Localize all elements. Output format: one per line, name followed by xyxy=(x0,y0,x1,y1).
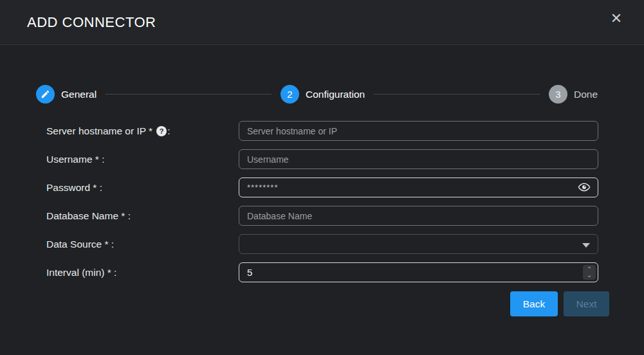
hostname-label: Server hostname or IP * ? : xyxy=(46,125,239,137)
database-label: Database Name * : xyxy=(46,210,239,222)
stepper-divider xyxy=(374,94,540,95)
form-row-password: Password * : xyxy=(46,178,598,197)
spinner-down-icon[interactable]: ⌄ xyxy=(587,273,592,278)
step-done-circle[interactable]: 3 xyxy=(549,85,567,104)
datasource-label: Data Source * : xyxy=(46,239,239,250)
hostname-label-suffix: : xyxy=(167,125,170,137)
help-icon[interactable]: ? xyxy=(156,126,167,136)
pencil-icon xyxy=(41,89,50,99)
username-label: Username * : xyxy=(46,154,239,165)
form-row-username: Username * : xyxy=(46,149,598,169)
close-icon[interactable]: ✕ xyxy=(608,10,625,27)
step-configuration-label: Configuration xyxy=(306,89,365,100)
chevron-down-icon xyxy=(582,243,590,248)
back-button[interactable]: Back xyxy=(510,291,558,316)
datasource-select[interactable] xyxy=(239,234,598,254)
database-input[interactable] xyxy=(239,206,598,226)
password-label: Password * : xyxy=(46,182,239,194)
stepper-divider xyxy=(106,94,271,95)
add-connector-dialog: ADD CONNECTOR ✕ General 2 Configuration … xyxy=(0,0,644,355)
next-button[interactable]: Next xyxy=(564,291,609,316)
interval-label: Interval (min) * : xyxy=(46,267,239,278)
password-input[interactable] xyxy=(239,178,598,197)
form-row-hostname: Server hostname or IP * ? : xyxy=(46,121,598,141)
form-row-database: Database Name * : xyxy=(46,206,598,226)
hostname-input[interactable] xyxy=(239,121,598,141)
connector-form: Server hostname or IP * ? : Username * :… xyxy=(0,121,644,316)
form-row-datasource: Data Source * : xyxy=(46,234,598,254)
step-general-label: General xyxy=(61,89,97,100)
interval-input[interactable] xyxy=(239,262,598,282)
hostname-label-text: Server hostname or IP * xyxy=(46,125,152,137)
step-configuration-circle[interactable]: 2 xyxy=(281,85,299,104)
dialog-title: ADD CONNECTOR xyxy=(27,14,156,31)
show-password-button[interactable] xyxy=(578,181,592,194)
dialog-header: ADD CONNECTOR ✕ xyxy=(0,0,644,45)
step-done-label: Done xyxy=(574,89,598,100)
quantity-stepper[interactable]: ⌃ ⌄ xyxy=(583,265,596,280)
eye-icon xyxy=(578,181,591,193)
step-general-circle[interactable] xyxy=(36,85,55,104)
form-row-interval: Interval (min) * : ⌃ ⌄ xyxy=(46,262,598,282)
dialog-actions: Back Next xyxy=(0,291,609,316)
username-input[interactable] xyxy=(239,149,598,169)
wizard-stepper: General 2 Configuration 3 Done xyxy=(36,85,598,104)
